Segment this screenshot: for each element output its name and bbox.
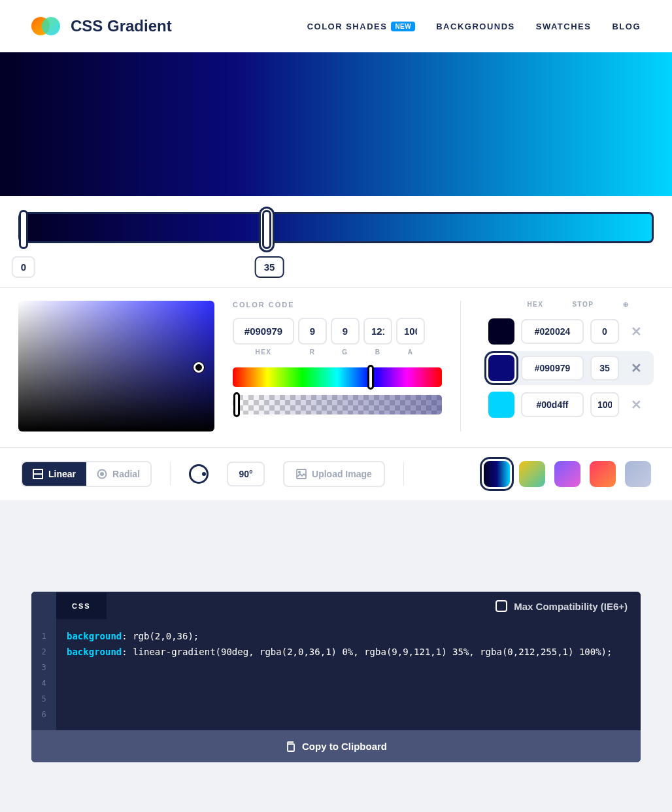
stop-handle-1[interactable]: [262, 210, 271, 249]
color-code-title: COLOR CODE: [233, 301, 442, 309]
b-label: B: [363, 348, 392, 356]
controls-panel: 0 35 COLOR CODE HEX R G B A: [0, 196, 672, 500]
nav-swatches[interactable]: SWATCHES: [536, 22, 592, 31]
css-prop-2: background: [67, 647, 122, 657]
css-prop-1: background: [67, 631, 122, 641]
g-input[interactable]: [331, 318, 360, 345]
a-input[interactable]: [396, 318, 425, 345]
logo[interactable]: CSS Gradient: [31, 12, 172, 41]
stop-pos-1-label[interactable]: 35: [255, 256, 284, 278]
stop-pos-2[interactable]: [590, 392, 619, 417]
image-icon: [296, 469, 307, 479]
svg-point-3: [101, 473, 103, 475]
max-compat-toggle[interactable]: Max Compatibility (IE6+): [482, 600, 641, 612]
color-picker[interactable]: [18, 301, 214, 431]
delete-stop-0[interactable]: ✕: [626, 324, 647, 339]
logo-icon: [31, 12, 60, 41]
line-numbers: 123456: [31, 620, 56, 730]
add-stop-icon[interactable]: ⊕: [623, 301, 630, 308]
stop-handle-0[interactable]: [19, 210, 28, 249]
hue-slider[interactable]: [233, 367, 442, 387]
radial-label: Radial: [112, 469, 140, 479]
stop-swatch-2[interactable]: [488, 392, 514, 418]
css-val-2: : linear-gradient(90deg, rgba(2,0,36,1) …: [122, 647, 612, 657]
delete-stop-1[interactable]: ✕: [626, 360, 647, 376]
b-input[interactable]: [363, 318, 392, 345]
radial-icon: [97, 469, 107, 479]
stops-head-stop: STOP: [572, 301, 594, 308]
stop-hex-2[interactable]: [521, 392, 584, 417]
stop-row-2[interactable]: ✕: [484, 388, 654, 422]
new-badge: NEW: [391, 22, 415, 31]
nav-backgrounds[interactable]: BACKGROUNDS: [436, 22, 515, 31]
delete-stop-2[interactable]: ✕: [626, 397, 647, 413]
nav-shades-label: COLOR SHADES: [307, 22, 388, 31]
preset-5[interactable]: [625, 461, 651, 487]
stop-row-0[interactable]: ✕: [484, 314, 654, 348]
css-val-1: : rgb(2,0,36);: [122, 631, 199, 641]
svg-point-5: [299, 471, 300, 473]
stop-hex-0[interactable]: [521, 319, 584, 344]
css-output-panel: CSS Max Compatibility (IE6+) 123456 back…: [31, 592, 641, 762]
svg-rect-6: [288, 744, 294, 751]
divider: [170, 462, 171, 486]
preset-2[interactable]: [519, 461, 545, 487]
angle-input[interactable]: [227, 462, 265, 486]
hue-thumb[interactable]: [367, 365, 374, 390]
r-input[interactable]: [298, 318, 327, 345]
linear-button[interactable]: Linear: [22, 462, 86, 486]
nav-color-shades[interactable]: COLOR SHADES NEW: [307, 22, 416, 31]
stops-head-hex: HEX: [527, 301, 543, 308]
stop-pos-1[interactable]: [590, 356, 619, 381]
linear-label: Linear: [48, 469, 76, 479]
preset-swatches: [484, 461, 651, 487]
stop-row-1[interactable]: ✕: [484, 351, 654, 385]
copy-icon: [285, 741, 295, 752]
angle-knob[interactable]: [189, 464, 209, 484]
header: CSS Gradient COLOR SHADES NEW BACKGROUND…: [0, 0, 672, 52]
alpha-slider[interactable]: [233, 395, 442, 414]
preset-1[interactable]: [484, 461, 510, 487]
copy-label: Copy to Clipboard: [302, 741, 387, 752]
css-code[interactable]: background: rgb(2,0,36); background: lin…: [56, 620, 641, 730]
hex-label: HEX: [233, 348, 294, 356]
alpha-thumb[interactable]: [233, 392, 240, 417]
preset-3[interactable]: [554, 461, 580, 487]
code-body[interactable]: 123456 background: rgb(2,0,36); backgrou…: [31, 620, 641, 730]
g-label: G: [331, 348, 360, 356]
gradient-type-toggle: Linear Radial: [21, 461, 152, 487]
a-label: A: [396, 348, 425, 356]
stop-pos-0-label[interactable]: 0: [12, 256, 35, 278]
nav: COLOR SHADES NEW BACKGROUNDS SWATCHES BL…: [307, 22, 641, 31]
gradient-slider[interactable]: [0, 212, 672, 243]
stop-pos-0[interactable]: [590, 319, 619, 344]
checkbox-icon[interactable]: [496, 600, 507, 612]
preset-4[interactable]: [590, 461, 616, 487]
picker-thumb[interactable]: [193, 362, 204, 373]
css-tab[interactable]: CSS: [56, 593, 107, 619]
gradient-preview: [0, 52, 672, 196]
stops-list: HEX STOP ⊕ ✕ ✕ ✕: [460, 301, 654, 431]
linear-icon: [33, 469, 43, 479]
upload-image-button[interactable]: Upload Image: [283, 461, 385, 487]
divider-2: [403, 462, 404, 486]
bottom-toolbar: Linear Radial Upload Image: [0, 447, 672, 500]
brand-name: CSS Gradient: [71, 17, 172, 35]
stop-position-row: 0 35: [0, 251, 672, 288]
compat-label: Max Compatibility (IE6+): [514, 601, 628, 612]
radial-button[interactable]: Radial: [86, 462, 150, 486]
upload-label: Upload Image: [312, 469, 372, 479]
hex-input[interactable]: [233, 318, 294, 345]
copy-to-clipboard-button[interactable]: Copy to Clipboard: [31, 730, 641, 762]
nav-blog[interactable]: BLOG: [612, 22, 641, 31]
stop-swatch-1[interactable]: [488, 355, 514, 381]
stop-hex-1[interactable]: [521, 356, 584, 381]
color-code-section: COLOR CODE HEX R G B A: [233, 301, 442, 431]
stop-swatch-0[interactable]: [488, 318, 514, 345]
r-label: R: [298, 348, 327, 356]
